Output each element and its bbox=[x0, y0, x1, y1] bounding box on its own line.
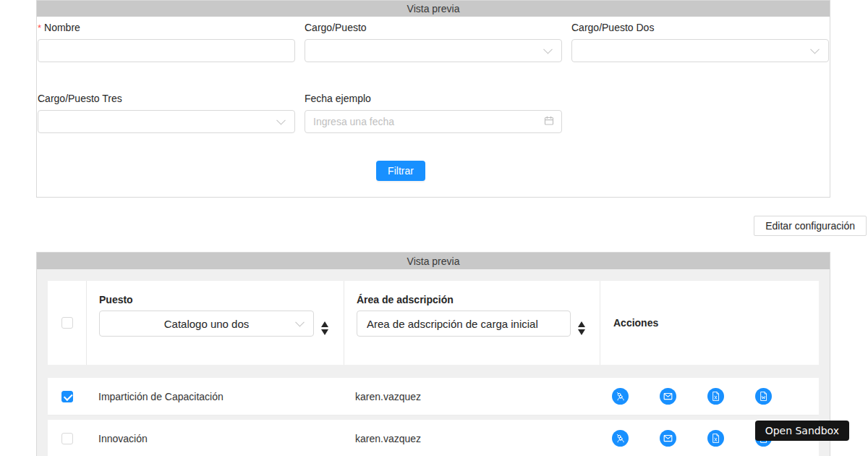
puesto-column-title: Puesto bbox=[99, 294, 344, 306]
cargo-puesto-label: Cargo/Puesto bbox=[305, 20, 562, 35]
column-puesto: Puesto Catalogo uno dos bbox=[87, 281, 344, 365]
sort-descending-icon bbox=[578, 329, 585, 335]
filter-panel-title: Vista previa bbox=[37, 1, 830, 17]
field-cargo-puesto-dos: Cargo/Puesto Dos bbox=[571, 17, 829, 62]
nombre-input[interactable] bbox=[38, 40, 294, 62]
usuario-cell: karen.vazquez bbox=[343, 433, 599, 444]
user-search-icon[interactable] bbox=[612, 388, 629, 405]
empty-form-col bbox=[571, 91, 829, 133]
chevron-down-icon bbox=[276, 116, 286, 125]
area-sorter[interactable] bbox=[578, 321, 585, 335]
row-checkbox[interactable] bbox=[61, 433, 73, 444]
nombre-input-wrap bbox=[38, 39, 295, 62]
acciones-column-title: Acciones bbox=[613, 317, 658, 329]
cargo-puesto-tres-select[interactable] bbox=[38, 110, 295, 133]
cargo-puesto-dos-select[interactable] bbox=[571, 39, 829, 62]
select-all-checkbox[interactable] bbox=[61, 317, 73, 329]
row-select-cell bbox=[48, 433, 86, 444]
column-area: Área de adscripción bbox=[344, 281, 600, 365]
chevron-down-icon bbox=[543, 45, 553, 54]
excel-file-icon[interactable] bbox=[707, 388, 724, 405]
word-file-icon[interactable] bbox=[755, 388, 772, 405]
calendar-icon bbox=[544, 116, 554, 128]
chevron-down-icon bbox=[295, 318, 305, 327]
table-panel-title: Vista previa bbox=[37, 253, 830, 269]
fecha-input[interactable] bbox=[305, 111, 561, 132]
cargo-puesto-select[interactable] bbox=[305, 39, 562, 62]
filter-actions: Filtrar bbox=[38, 161, 829, 181]
row-checkbox[interactable] bbox=[61, 391, 73, 402]
puesto-filter-select[interactable]: Catalogo uno dos bbox=[99, 311, 314, 337]
filter-form: *Nombre Cargo/Puesto Cargo/Puesto Dos bbox=[37, 17, 830, 181]
edit-configuration-button[interactable]: Editar configuración bbox=[754, 216, 867, 236]
filtrar-button[interactable]: Filtrar bbox=[376, 161, 425, 181]
sort-ascending-icon bbox=[321, 321, 328, 327]
column-acciones: Acciones bbox=[600, 281, 819, 365]
filter-form-row-1: *Nombre Cargo/Puesto Cargo/Puesto Dos bbox=[38, 17, 829, 62]
required-mark: * bbox=[38, 22, 41, 33]
select-all-cell bbox=[48, 281, 86, 365]
filter-form-row-2: Cargo/Puesto Tres Fecha ejemplo bbox=[38, 91, 829, 133]
table-row: Innovación karen.vazquez bbox=[48, 420, 819, 456]
mail-icon[interactable] bbox=[660, 430, 676, 447]
field-cargo-puesto-tres: Cargo/Puesto Tres bbox=[38, 91, 295, 133]
puesto-sorter[interactable] bbox=[321, 321, 328, 335]
cargo-puesto-tres-label: Cargo/Puesto Tres bbox=[38, 91, 295, 106]
field-fecha-ejemplo: Fecha ejemplo bbox=[305, 91, 562, 133]
table-row: Impartición de Capacitación karen.vazque… bbox=[48, 378, 819, 415]
fecha-ejemplo-label: Fecha ejemplo bbox=[305, 91, 562, 106]
chevron-down-icon bbox=[810, 45, 820, 54]
nombre-label: *Nombre bbox=[38, 20, 295, 35]
open-sandbox-badge[interactable]: Open Sandbox bbox=[755, 421, 849, 441]
cargo-puesto-dos-label: Cargo/Puesto Dos bbox=[571, 20, 829, 35]
field-nombre: *Nombre bbox=[38, 17, 295, 62]
sort-ascending-icon bbox=[578, 321, 585, 327]
user-search-icon[interactable] bbox=[612, 430, 629, 447]
area-filter-wrap bbox=[357, 311, 571, 337]
area-filter-input[interactable] bbox=[357, 311, 570, 336]
acciones-cell bbox=[599, 388, 819, 405]
puesto-cell: Impartición de Capacitación bbox=[86, 391, 343, 402]
row-select-cell bbox=[48, 391, 86, 402]
filter-preview-panel: Vista previa *Nombre Cargo/Puesto Cargo/… bbox=[36, 0, 830, 198]
area-column-title: Área de adscripción bbox=[357, 294, 600, 306]
usuario-cell: karen.vazquez bbox=[343, 391, 599, 402]
mail-icon[interactable] bbox=[660, 388, 676, 405]
sort-descending-icon bbox=[321, 329, 328, 335]
table-header: Puesto Catalogo uno dos Área de adscripc… bbox=[48, 281, 819, 365]
table-preview-panel: Vista previa Puesto Catalogo uno dos Áre… bbox=[36, 252, 830, 456]
excel-file-icon[interactable] bbox=[707, 430, 724, 447]
puesto-cell: Innovación bbox=[86, 433, 343, 444]
field-cargo-puesto: Cargo/Puesto bbox=[305, 17, 562, 62]
fecha-input-wrap bbox=[305, 110, 562, 133]
